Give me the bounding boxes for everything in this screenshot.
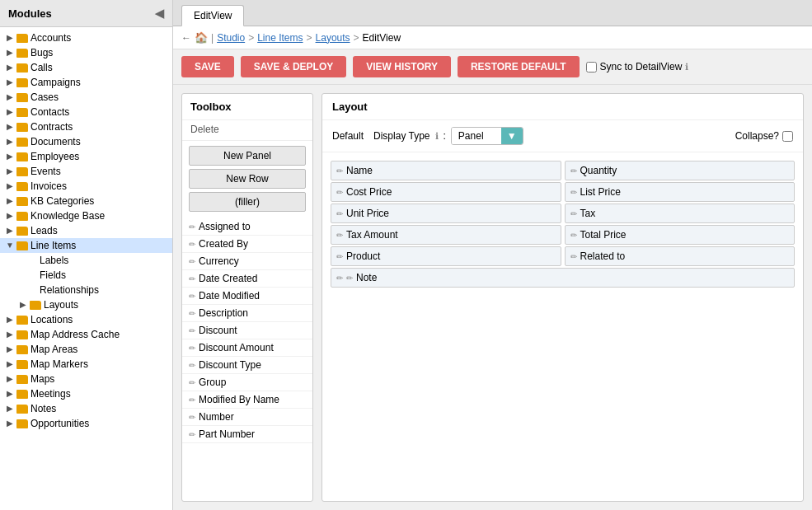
- sidebar-item-layouts[interactable]: ▶Layouts: [0, 297, 172, 312]
- sidebar-collapse-button[interactable]: ◀: [155, 7, 164, 20]
- pencil-icon: ✏: [189, 274, 195, 283]
- toolbox-item-date-modified[interactable]: ✏Date Modified: [182, 288, 312, 305]
- expand-icon: ▶: [5, 48, 15, 58]
- display-type-input[interactable]: [452, 128, 501, 144]
- folder-icon: [16, 241, 28, 250]
- cell-label: Total Price: [580, 229, 627, 241]
- expand-icon: ▶: [5, 122, 15, 132]
- sidebar-item-map-address-cache[interactable]: ▶Map Address Cache: [0, 327, 172, 342]
- sidebar-item-labels[interactable]: Labels: [0, 253, 172, 268]
- sidebar-item-meetings[interactable]: ▶Meetings: [0, 386, 172, 401]
- sidebar-item-line-items[interactable]: ▼Line Items: [0, 238, 172, 253]
- layout-cell-product[interactable]: ✏Product: [331, 246, 561, 266]
- sync-label: Sync to DetailView ℹ: [586, 61, 689, 73]
- sidebar-item-label: Employees: [31, 151, 79, 162]
- sidebar-item-bugs[interactable]: ▶Bugs: [0, 45, 172, 60]
- sidebar-item-locations[interactable]: ▶Locations: [0, 312, 172, 327]
- folder-icon: [16, 316, 28, 325]
- sidebar-item-contacts[interactable]: ▶Contacts: [0, 105, 172, 119]
- sidebar-item-employees[interactable]: ▶Employees: [0, 149, 172, 164]
- default-label: Default: [332, 130, 364, 142]
- layout-controls: Default Display Type ℹ : ▼ Collapse?: [322, 120, 803, 152]
- collapse-checkbox[interactable]: [782, 131, 793, 142]
- view-history-button[interactable]: VIEW HISTORY: [353, 56, 451, 77]
- save-deploy-button[interactable]: SAVE & DEPLOY: [241, 56, 346, 77]
- expand-icon: ▶: [5, 152, 15, 161]
- sidebar-item-notes[interactable]: ▶Notes: [0, 401, 172, 416]
- toolbox-item-date-created[interactable]: ✏Date Created: [182, 270, 312, 288]
- toolbox-item-currency[interactable]: ✏Currency: [182, 253, 312, 270]
- expand-icon: ▶: [5, 77, 15, 87]
- breadcrumb-lineitems[interactable]: Line Items: [257, 32, 303, 44]
- toolbox-item-number[interactable]: ✏Number: [182, 409, 312, 426]
- pencil-icon: ✏: [336, 209, 343, 218]
- layout-row-5: ✏✏Note: [331, 268, 795, 288]
- toolbox-buttons: New Panel New Row (filler): [182, 141, 312, 217]
- pencil-icon: ✏: [570, 188, 577, 197]
- toolbox-item-discount-type[interactable]: ✏Discount Type: [182, 357, 312, 374]
- folder-icon: [16, 212, 28, 221]
- new-panel-button[interactable]: New Panel: [189, 146, 306, 166]
- sync-checkbox[interactable]: [586, 62, 597, 73]
- sidebar-header: Modules ◀: [0, 0, 172, 27]
- tab-editview[interactable]: EditView: [181, 5, 244, 26]
- display-type-dropdown-arrow[interactable]: ▼: [501, 128, 523, 144]
- sidebar-item-relationships[interactable]: Relationships: [0, 283, 172, 297]
- breadcrumb-sep4: >: [354, 32, 359, 44]
- filler-button[interactable]: (filler): [189, 192, 306, 212]
- sidebar-item-events[interactable]: ▶Events: [0, 164, 172, 179]
- toolbox-item-group[interactable]: ✏Group: [182, 374, 312, 391]
- sidebar-item-label: Locations: [31, 314, 73, 325]
- toolbox-item-discount-amount[interactable]: ✏Discount Amount: [182, 339, 312, 357]
- layout-cell-related-to[interactable]: ✏Related to: [565, 246, 796, 266]
- folder-icon: [16, 138, 28, 147]
- back-icon[interactable]: ←: [181, 32, 191, 44]
- cell-label: Tax Amount: [346, 229, 398, 241]
- toolbox-item-description[interactable]: ✏Description: [182, 305, 312, 322]
- sidebar-item-campaigns[interactable]: ▶Campaigns: [0, 75, 172, 90]
- sidebar-item-kb-categories[interactable]: ▶KB Categories: [0, 194, 172, 208]
- layout-cell-tax-amount[interactable]: ✏Tax Amount: [331, 225, 561, 245]
- layout-cell-quantity[interactable]: ✏Quantity: [565, 161, 796, 180]
- layout-cell-total-price[interactable]: ✏Total Price: [565, 225, 796, 245]
- sidebar-item-label: Notes: [31, 403, 56, 414]
- layout-cell-name[interactable]: ✏Name: [331, 161, 561, 180]
- sidebar-item-fields[interactable]: Fields: [0, 268, 172, 283]
- toolbox-item-modified-by-name[interactable]: ✏Modified By Name: [182, 391, 312, 409]
- sidebar-item-accounts[interactable]: ▶Accounts: [0, 30, 172, 45]
- layout-cell-list-price[interactable]: ✏List Price: [565, 182, 796, 202]
- sidebar-item-label: Knowledge Base: [31, 210, 105, 222]
- sidebar-item-calls[interactable]: ▶Calls: [0, 60, 172, 75]
- toolbox-item-created-by[interactable]: ✏Created By: [182, 236, 312, 253]
- sidebar-item-cases[interactable]: ▶Cases: [0, 90, 172, 105]
- layout-cell-note[interactable]: ✏✏Note: [331, 268, 795, 288]
- expand-icon: ▶: [5, 226, 15, 236]
- new-row-button[interactable]: New Row: [189, 169, 306, 189]
- sidebar-item-knowledge-base[interactable]: ▶Knowledge Base: [0, 208, 172, 223]
- layout-cell-unit-price[interactable]: ✏Unit Price: [331, 204, 561, 223]
- pencil-icon: ✏: [189, 344, 195, 353]
- sidebar-item-documents[interactable]: ▶Documents: [0, 134, 172, 149]
- sidebar-item-leads[interactable]: ▶Leads: [0, 223, 172, 238]
- sidebar-item-contracts[interactable]: ▶Contracts: [0, 119, 172, 134]
- breadcrumb-studio[interactable]: Studio: [217, 32, 245, 44]
- folder-icon: [16, 34, 28, 43]
- toolbox: Toolbox Delete New Panel New Row (filler…: [181, 93, 313, 502]
- layout-cell-tax[interactable]: ✏Tax: [565, 204, 796, 223]
- sidebar-item-map-markers[interactable]: ▶Map Markers: [0, 357, 172, 372]
- folder-icon: [16, 375, 28, 384]
- toolbox-item-part-number[interactable]: ✏Part Number: [182, 426, 312, 443]
- restore-default-button[interactable]: RESTORE DEFAULT: [458, 56, 580, 77]
- sidebar-item-label: Events: [31, 166, 61, 177]
- sidebar-item-invoices[interactable]: ▶Invoices: [0, 179, 172, 194]
- toolbox-item-assigned-to[interactable]: ✏Assigned to: [182, 218, 312, 236]
- breadcrumb-layouts[interactable]: Layouts: [316, 32, 350, 44]
- toolbox-item-discount[interactable]: ✏Discount: [182, 322, 312, 339]
- sidebar-item-maps[interactable]: ▶Maps: [0, 372, 172, 386]
- sidebar-item-map-areas[interactable]: ▶Map Areas: [0, 342, 172, 357]
- toolbox-delete[interactable]: Delete: [182, 120, 312, 141]
- save-button[interactable]: SAVE: [181, 56, 234, 77]
- home-icon[interactable]: 🏠: [195, 31, 208, 44]
- sidebar-item-opportunities[interactable]: ▶Opportunities: [0, 416, 172, 431]
- layout-cell-cost-price[interactable]: ✏Cost Price: [331, 182, 561, 202]
